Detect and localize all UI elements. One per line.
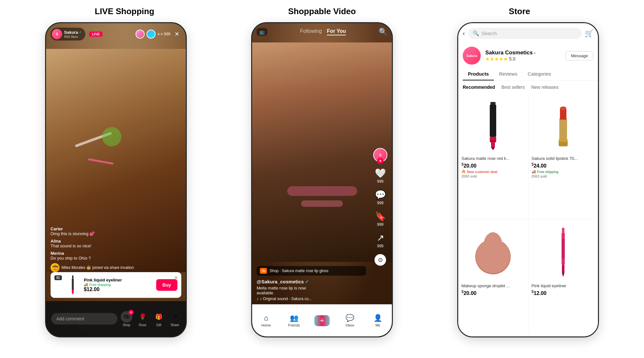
shop-banner-text: Shop · Sakura matte rose lip gloss: [270, 269, 328, 273]
bookmark-icon-item[interactable]: 🔖 999: [375, 211, 386, 227]
subtab-bestsellers[interactable]: Best sellers: [501, 85, 525, 90]
search-icon[interactable]: 🔍: [379, 28, 387, 36]
phones-container: S Sakura ✓ 999 likes LIVE ≡: [6, 22, 638, 337]
share-icon-item[interactable]: ↗ Share: [169, 311, 181, 327]
comment-icon-item[interactable]: 💬 999: [375, 189, 386, 205]
verified-check-icon: ✓: [305, 279, 309, 284]
tab-products[interactable]: Products: [463, 68, 494, 80]
home-nav-item[interactable]: ⌂ Home: [252, 314, 280, 327]
following-tab[interactable]: Following: [300, 28, 322, 35]
product-card-3[interactable]: Makeup sponge droplet ... $20.00: [458, 219, 528, 337]
product-badge-1: 🔥 New customer deal: [461, 170, 525, 174]
comment-icon: 💬: [375, 189, 386, 200]
creator-avatar-text: S: [379, 153, 381, 157]
product-image: [65, 275, 80, 295]
join-message: 🤠 Miles Morales 🤠 joined via share invat…: [51, 263, 160, 272]
buy-button[interactable]: Buy: [156, 279, 177, 291]
bookmark-count: 999: [377, 222, 384, 227]
like-icon-item[interactable]: 🤍 999: [375, 168, 386, 184]
join-text: Miles Morales 🤠 joined via share invatio…: [62, 265, 134, 270]
shop-icon-item[interactable]: 🛍 4 Shop: [121, 311, 132, 327]
share-label: Share: [171, 323, 179, 327]
product-card-1[interactable]: Sakura matte rose red li... $20.00 🔥 New…: [458, 92, 528, 219]
inbox-nav-item[interactable]: 💬 Inbox: [336, 314, 364, 327]
shop-banner-icon: 🛍: [260, 268, 267, 274]
lips-shape: [287, 186, 357, 196]
share-icon-item-video[interactable]: ↗ 999: [377, 233, 384, 248]
shoppable-video-title: Shoppable Video: [223, 6, 421, 16]
subtab-recommended[interactable]: Recommended: [463, 85, 495, 90]
shop-product-banner[interactable]: 🛍 Shop · Sakura matte rose lip gloss: [257, 266, 366, 276]
badge-text-2: Free shipping: [537, 170, 559, 174]
svg-point-12: [560, 106, 566, 110]
tab-categories[interactable]: Categories: [523, 68, 556, 80]
comment-name-2: Alina: [51, 239, 160, 243]
bottom-icons: 🛍 4 Shop 🌹 Rose 🎁 Gift ↗: [121, 311, 181, 327]
store-topbar: ‹ 🔍 Search 🛒: [458, 23, 598, 42]
lipstick-svg: [554, 99, 573, 150]
lipgloss-svg: [483, 99, 503, 150]
product-image-3: [461, 223, 525, 281]
sponge-svg: [470, 228, 516, 276]
store-logo: Sakura: [463, 47, 481, 65]
friends-label: Friends: [288, 323, 300, 327]
search-placeholder: Search: [482, 31, 577, 36]
svg-rect-1: [72, 279, 74, 290]
product-price: $12.00: [84, 287, 153, 292]
verified-icon: ✓: [79, 30, 82, 34]
share-icon-video: ↗: [377, 233, 384, 243]
store-rating-row: ★★★★★ 5.0: [485, 56, 561, 62]
video-caption: Mella matte rose lip is now available.: [257, 286, 366, 295]
store-search-bar[interactable]: 🔍 Search: [468, 28, 582, 39]
video-bottom-overlay: 🛍 Shop · Sakura matte rose lip gloss @Sa…: [257, 266, 366, 301]
creator-handle[interactable]: @Sakura_cosmetics ✓: [257, 279, 366, 284]
close-icon[interactable]: ✕: [172, 30, 181, 39]
shipping-icon-badge: 🚚: [532, 170, 536, 174]
brush-decoration-2: [88, 158, 114, 165]
svg-marker-23: [562, 273, 564, 277]
tiktok-icon-item: ⊙: [374, 254, 386, 266]
share-count: 999: [377, 244, 384, 248]
live-tv-icon: 📺: [259, 29, 265, 34]
live-comments: Carter Omg this is stunning 💕 Alina That…: [51, 226, 160, 272]
plus-nav-item[interactable]: +: [308, 315, 336, 326]
svg-rect-14: [559, 139, 568, 142]
tab-reviews[interactable]: Reviews: [494, 68, 523, 80]
gift-icon: 🎁: [153, 311, 165, 323]
comment-text-3: Do you ship to Ohio ?: [51, 256, 160, 261]
svg-rect-21: [562, 239, 565, 258]
comment-count: 999: [377, 201, 384, 205]
video-face-content: [252, 42, 392, 262]
creator-pill[interactable]: S Sakura ✓ 999 likes: [51, 28, 85, 41]
product-close-icon[interactable]: ✕: [174, 275, 178, 281]
subtab-newreleases[interactable]: New releases: [531, 85, 559, 90]
product-title: Pink liquid eyeliner: [84, 278, 153, 282]
product-name-2: Sakura solid lipstick 70...: [532, 156, 595, 161]
me-nav-item[interactable]: 👤 Me: [364, 314, 392, 327]
cart-icon[interactable]: 🛒: [585, 29, 593, 38]
comment-input[interactable]: Add comment: [51, 313, 118, 325]
video-creator-avatar[interactable]: S +: [373, 148, 387, 162]
friends-nav-item[interactable]: 👥 Friends: [280, 314, 308, 327]
viewer-avatar-2: [147, 30, 156, 39]
shop-icon: 🛍 4: [121, 311, 132, 323]
video-right-icons: S + 🤍 999 💬 999 🔖 999 ↗ 999: [373, 148, 387, 266]
eyeliner-image: [71, 275, 75, 295]
gift-icon-item[interactable]: 🎁 Gift: [153, 311, 165, 327]
viewer-icon: ≡: [157, 32, 160, 36]
inbox-icon: 💬: [346, 314, 354, 322]
product-card-4[interactable]: Pink liquid eyeliner $12.00: [528, 219, 598, 337]
foryou-tab[interactable]: For You: [327, 28, 346, 35]
svg-rect-19: [562, 228, 564, 233]
product-image-2: [532, 96, 595, 153]
creator-avatar: S: [52, 29, 62, 39]
store-phone: ‹ 🔍 Search 🛒 Sakura Sakura Cosmetics ›: [457, 22, 599, 337]
nav-tabs: Following For You: [300, 28, 346, 35]
back-arrow-icon[interactable]: ‹: [463, 30, 465, 37]
live-topbar: S Sakura ✓ 999 likes LIVE ≡: [51, 28, 181, 41]
rose-label: Rose: [139, 323, 146, 327]
product-card-2[interactable]: Sakura solid lipstick 70... $24.00 🚚 Fre…: [528, 92, 598, 219]
rose-icon-item[interactable]: 🌹 Rose: [137, 311, 148, 327]
friends-icon: 👥: [290, 314, 298, 322]
message-button[interactable]: Message: [565, 51, 593, 60]
